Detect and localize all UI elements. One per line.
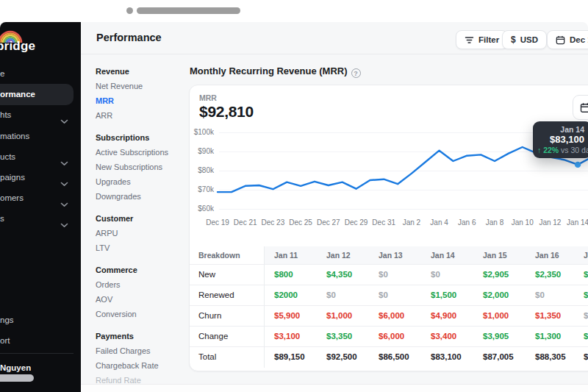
sidebar-divider: [0, 353, 74, 354]
metric-nav-item-aov[interactable]: AOV: [96, 292, 187, 307]
metric-group-customer: CustomerARPULTV: [96, 211, 187, 255]
table-header-col: Jan 16: [535, 246, 559, 264]
table-cell: $3,905: [483, 326, 509, 346]
metric-nav-item-net-revenue[interactable]: Net Revenue: [96, 79, 187, 93]
date-range-button[interactable]: Dec 17: [547, 30, 588, 49]
metric-nav-item-mrr[interactable]: MRR: [96, 93, 187, 108]
chevron-down-icon: [60, 216, 68, 234]
mrr-series-line: [218, 147, 588, 192]
table-header-col: Jan 14: [431, 246, 455, 264]
table-cell: $2000: [274, 285, 298, 305]
y-axis-tick-label: $70k: [190, 185, 214, 194]
metric-group-header: Payments: [96, 329, 187, 343]
y-axis-tick-label: $100k: [190, 128, 214, 137]
table-cell: $6,000: [379, 326, 404, 346]
metric-nav-item-active-subscriptions[interactable]: Active Subscriptions: [96, 145, 187, 160]
metric-nav-item-arpu[interactable]: ARPU: [96, 226, 187, 240]
up-arrow-icon: ↑: [537, 146, 541, 154]
row-label: Total: [198, 346, 216, 367]
table-cell: $0: [379, 285, 388, 305]
table-cell: $: [584, 285, 588, 305]
table-cell: $0: [379, 264, 388, 285]
metric-group-revenue: RevenueNet RevenueMRRARR: [96, 64, 187, 123]
metric-group-header: Revenue: [96, 64, 187, 79]
sidebar-footer-item-ngs[interactable]: ngs: [0, 311, 81, 329]
table-cell: $1,300: [535, 326, 561, 346]
table-cell: $86,500: [379, 346, 409, 367]
table-header-row: BreakdownJan 11Jan 12Jan 13Jan 14Jan 15J…: [190, 246, 588, 265]
sidebar-item-omers[interactable]: omers: [0, 189, 81, 207]
table-cell: $0: [535, 285, 545, 305]
table-cell: $2,905: [483, 264, 509, 285]
sidebar-item-label: omers: [0, 189, 24, 207]
sidebar-item-label: ucts: [0, 148, 15, 165]
metric-nav-item-new-subscriptions[interactable]: New Subscriptions: [96, 160, 187, 174]
currency-button[interactable]: $USD: [502, 30, 547, 49]
highlighted-data-point: [575, 162, 581, 168]
sidebar-item-ormance[interactable]: ormance: [0, 85, 81, 103]
y-axis-tick-label: $80k: [190, 166, 214, 175]
sidebar-item-s[interactable]: s: [0, 210, 81, 227]
table-row-renewed: Renewed$2000$0$0$1,500$2,000$0$: [190, 285, 588, 306]
table-cell: $3,100: [274, 326, 300, 346]
sidebar-footer-item-ort[interactable]: ort: [0, 332, 81, 349]
content-area: Performance Filter$USDDec 17 RevenueNet …: [81, 22, 588, 392]
chart-tooltip: Jan 14 $83,100 ↑ 22% vs 30 days: [533, 121, 588, 158]
browser-tab-dot: [126, 7, 133, 14]
section-title-text: Monthly Recurring Revenue (MRR): [190, 65, 348, 76]
table-cell: $2,350: [535, 264, 561, 285]
table-row-churn: Churn$5,900$1,000$6,000$4,900$1,000$1,35…: [190, 305, 588, 327]
sidebar-item-paigns[interactable]: paigns: [0, 168, 81, 186]
sidebar-user-badge: [0, 374, 34, 382]
metric-nav-item-failed-charges[interactable]: Failed Charges: [96, 343, 187, 358]
filter-button[interactable]: Filter: [456, 30, 508, 49]
table-cell: $4,900: [431, 305, 456, 326]
table-row-new: New$800$4,350$0$0$2,905$2,350$: [190, 264, 588, 285]
table-cell: $0: [326, 285, 336, 305]
table-cell: $92,500: [326, 346, 357, 367]
chart-calendar-button[interactable]: [573, 95, 588, 120]
metric-nav-item-downgrades[interactable]: Downgrades: [96, 189, 187, 204]
sidebar-item-label: mations: [0, 127, 29, 145]
page-title: Performance: [96, 22, 162, 54]
table-cell: $89,150: [274, 346, 305, 367]
metric-group-commerce: CommerceOrdersAOVConversion: [96, 263, 187, 321]
table-header-col: Jan 11: [274, 246, 298, 264]
metric-value: $92,810: [199, 103, 254, 121]
metric-nav: RevenueNet RevenueMRRARRSubscriptionsAct…: [96, 64, 187, 392]
table-row-change: Change$3,100$3,350$6,000$3,400$3,905$1,3…: [190, 326, 588, 347]
help-icon[interactable]: ?: [351, 68, 361, 78]
section-title: Monthly Recurring Revenue (MRR)?: [190, 65, 361, 78]
table-cell: $88,305: [535, 346, 566, 367]
metric-nav-item-conversion[interactable]: Conversion: [96, 307, 187, 321]
table-header-col: Jan 13: [379, 246, 403, 264]
metric-nav-item-upgrades[interactable]: Upgrades: [96, 174, 187, 189]
button-label: Dec 17: [570, 35, 588, 44]
table-header-col: Jan 15: [483, 246, 507, 264]
table-header-breakdown: Breakdown: [198, 246, 240, 264]
table-cell: $1,000: [326, 305, 352, 326]
table-cell: $87,005: [483, 346, 514, 367]
tooltip-delta-pct: 22%: [543, 146, 559, 154]
tooltip-delta-suffix: vs 30 days: [561, 146, 588, 154]
sidebar-item-hts[interactable]: hts: [0, 106, 81, 124]
dollar-icon: $: [511, 35, 516, 45]
metric-nav-item-ltv[interactable]: LTV: [96, 240, 187, 255]
metric-nav-item-chargeback-rate[interactable]: Chargeback Rate: [96, 358, 187, 373]
table-cell: $: [584, 264, 588, 285]
metric-nav-item-orders[interactable]: Orders: [96, 277, 187, 292]
sidebar-item-e[interactable]: e: [0, 65, 81, 82]
table-cell: $: [584, 326, 588, 346]
metric-group-subscriptions: SubscriptionsActive SubscriptionsNew Sub…: [96, 130, 187, 204]
metric-group-payments: PaymentsFailed ChargesChargeback RateRef…: [96, 329, 187, 388]
table-cell: $6,000: [379, 305, 404, 326]
sidebar-item-mations[interactable]: mations: [0, 127, 81, 145]
tooltip-delta: ↑ 22% vs 30 days: [537, 146, 588, 154]
table-cell: $4,350: [326, 264, 352, 285]
y-axis-tick-label: $90k: [190, 147, 214, 156]
sidebar-item-ucts[interactable]: ucts: [0, 148, 81, 165]
metric-nav-item-arr[interactable]: ARR: [96, 108, 187, 123]
filter-icon: [465, 36, 474, 44]
table-header-col: Jan 17: [584, 246, 588, 264]
table-header-col: Jan 12: [326, 246, 351, 264]
